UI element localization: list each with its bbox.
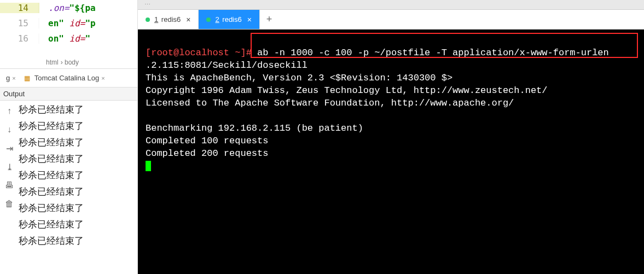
tab-tomcat-catalina-log[interactable]: ▦ Tomcat Catalina Log × <box>21 73 108 83</box>
status-dot-icon <box>146 18 150 22</box>
tomcat-icon: ▦ <box>24 74 31 82</box>
output-line: 秒杀已经结束了 <box>19 167 137 184</box>
top-toolbar: ⋯ <box>138 0 644 10</box>
output-line: 秒杀已经结束了 <box>19 217 137 233</box>
breadcrumb[interactable]: html› body <box>43 56 84 68</box>
close-icon[interactable]: × <box>12 75 15 81</box>
output-line: 秒杀已经结束了 <box>19 184 137 200</box>
terminal-tab-2[interactable]: 2 redis6 × <box>199 10 259 29</box>
terminal-cmd-cont: .2.115:8081/Seckill/doseckill <box>146 60 308 71</box>
left-pane: 14 .on="${pa 15 en" id="p 16 on" id=" ht… <box>0 0 138 274</box>
terminal-line: Completed 200 requests <box>146 148 268 159</box>
terminal[interactable]: [root@localhost ~]# ab -n 1000 -c 100 -p… <box>138 30 644 274</box>
output-line: 秒杀已经结束了 <box>19 118 137 135</box>
arrow-up-icon[interactable]: ↑ <box>4 106 14 116</box>
close-icon[interactable]: × <box>186 16 190 24</box>
terminal-tab-bar: 1 redis6 × 2 redis6 × + <box>138 10 644 30</box>
bottom-tab-bar: g× ▦ Tomcat Catalina Log × <box>0 69 137 88</box>
output-lines[interactable]: 秒杀已经结束了 秒杀已经结束了 秒杀已经结束了 秒杀已经结束了 秒杀已经结束了 … <box>19 101 137 273</box>
code-editor[interactable]: 14 .on="${pa 15 en" id="p 16 on" id=" ht… <box>0 0 137 69</box>
right-pane: ⋯ 1 redis6 × 2 redis6 × + [root@localhos… <box>138 0 644 274</box>
output-line: 秒杀已经结束了 <box>19 102 137 118</box>
terminal-line: Completed 100 requests <box>146 136 268 146</box>
breadcrumb-item[interactable]: body <box>65 59 79 66</box>
terminal-prompt: [root@localhost ~]# <box>146 48 257 58</box>
terminal-line: Benchmarking 192.168.2.115 (be patient) <box>146 123 363 133</box>
terminal-cursor <box>146 161 151 171</box>
close-icon[interactable]: × <box>101 75 105 81</box>
terminal-tab-1[interactable]: 1 redis6 × <box>138 10 199 29</box>
print-icon[interactable]: 🖶 <box>4 180 14 190</box>
add-tab-button[interactable]: + <box>260 10 279 29</box>
trash-icon[interactable]: 🗑 <box>4 199 14 209</box>
gutter-15: 15 <box>0 18 39 28</box>
status-dot-icon <box>206 18 211 22</box>
terminal-line: This is ApacheBench, Version 2.3 <$Revis… <box>146 73 452 83</box>
scroll-to-end-icon[interactable]: ⤓ <box>4 162 14 172</box>
code-line-14[interactable]: 14 .on="${pa <box>0 0 137 15</box>
close-icon[interactable]: × <box>247 16 252 24</box>
code-content-14: .on="${pa <box>48 3 96 13</box>
output-body: ↑ ↓ ⇥ ⤓ 🖶 🗑 秒杀已经结束了 秒杀已经结束了 秒杀已经结束了 秒杀已经… <box>0 101 137 273</box>
output-header: Output <box>0 88 137 101</box>
code-content-15: en" id="p <box>48 18 96 28</box>
terminal-line: Copyright 1996 Adam Twiss, Zeus Technolo… <box>146 85 548 96</box>
output-line: 秒杀已经结束了 <box>19 151 137 167</box>
output-line: 秒杀已经结束了 <box>19 200 137 217</box>
arrow-down-icon[interactable]: ↓ <box>4 125 14 135</box>
terminal-cmd: ab -n 1000 -c 100 -p ~/postfile -T appli… <box>257 48 609 58</box>
code-content-16: on" id=" <box>48 33 90 44</box>
gutter-14: 14 <box>0 3 39 13</box>
terminal-line: Licensed to The Apache Software Foundati… <box>146 98 514 108</box>
tool-strip: ↑ ↓ ⇥ ⤓ 🖶 🗑 <box>0 101 19 273</box>
breadcrumb-item[interactable]: html <box>46 59 59 66</box>
gutter-16: 16 <box>0 33 39 44</box>
code-line-15[interactable]: 15 en" id="p <box>0 15 137 31</box>
output-line: 秒杀已经结束了 <box>19 135 137 151</box>
output-line: 秒杀已经结束了 <box>19 233 137 249</box>
code-line-16[interactable]: 16 on" id=" <box>0 31 137 46</box>
tab-g[interactable]: g× <box>3 73 19 83</box>
soft-wrap-icon[interactable]: ⇥ <box>4 143 14 153</box>
